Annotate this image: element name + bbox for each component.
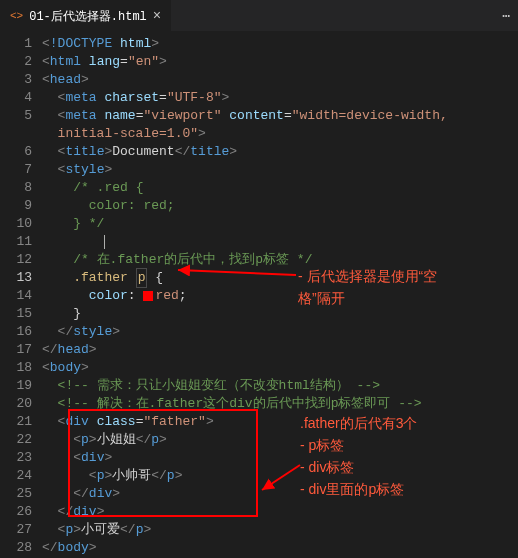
more-icon[interactable]: ⋯	[502, 8, 510, 24]
tab-filename: 01-后代选择器.html	[29, 8, 147, 25]
tab-actions: ⋯	[494, 0, 518, 31]
code-area[interactable]: <!DOCTYPE html> <html lang="en"> <head> …	[42, 32, 518, 558]
line-number-gutter: 12345 6789101112131415161718192021222324…	[0, 32, 42, 558]
color-swatch-icon	[143, 291, 153, 301]
code-editor[interactable]: 12345 6789101112131415161718192021222324…	[0, 32, 518, 558]
close-icon[interactable]: ×	[153, 9, 161, 23]
tab-active[interactable]: <> 01-后代选择器.html ×	[0, 0, 171, 31]
text-cursor	[104, 235, 105, 249]
html-file-icon: <>	[10, 10, 23, 22]
tab-bar: <> 01-后代选择器.html × ⋯	[0, 0, 518, 32]
